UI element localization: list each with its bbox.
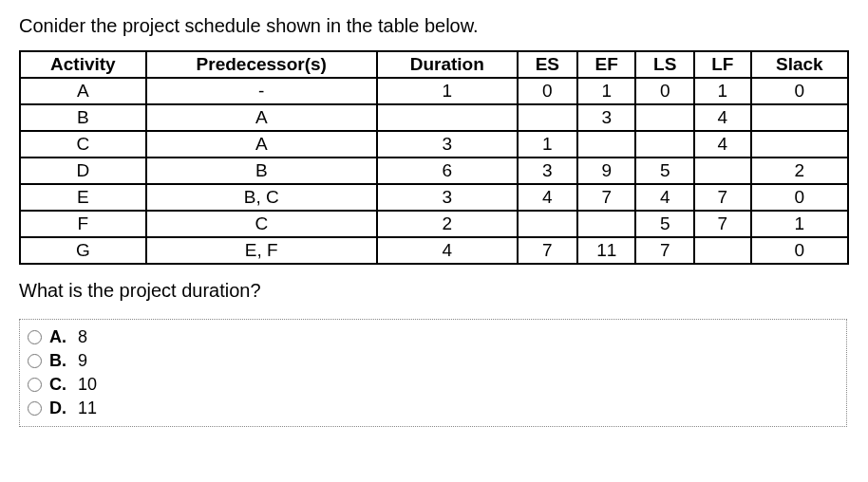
cell-slack: 0: [751, 184, 848, 211]
cell-es: [518, 104, 577, 131]
option-radio[interactable]: [28, 378, 42, 392]
header-ef: EF: [577, 51, 635, 78]
cell-pred: -: [146, 78, 377, 104]
schedule-table: Activity Predecessor(s) Duration ES EF L…: [19, 50, 849, 265]
cell-ls: 5: [635, 211, 693, 237]
cell-pred: E, F: [146, 237, 377, 264]
cell-es: 0: [518, 78, 577, 104]
header-slack: Slack: [751, 51, 848, 78]
cell-ef: 1: [577, 78, 635, 104]
cell-ls: [635, 131, 693, 158]
option-value: 8: [78, 327, 87, 347]
cell-dur: 4: [377, 237, 518, 264]
option-letter: C.: [49, 375, 70, 395]
table-body: A-101010BA34CA314DB63952EB, C347470FC257…: [20, 78, 848, 264]
option-radio[interactable]: [28, 330, 42, 344]
option-value: 10: [78, 375, 97, 395]
header-es: ES: [518, 51, 577, 78]
cell-slack: [751, 131, 848, 158]
header-duration: Duration: [377, 51, 518, 78]
cell-lf: 1: [694, 78, 751, 104]
cell-activity: C: [20, 131, 146, 158]
cell-pred: B: [146, 158, 377, 184]
option-letter: D.: [49, 399, 70, 418]
cell-dur: [377, 104, 518, 131]
option-row: B.9: [28, 349, 839, 373]
cell-slack: 0: [751, 237, 848, 264]
table-row: EB, C347470: [20, 184, 848, 211]
cell-activity: G: [20, 237, 146, 264]
cell-es: 7: [518, 237, 577, 264]
cell-dur: 6: [377, 158, 518, 184]
cell-ls: 0: [635, 78, 693, 104]
table-row: DB63952: [20, 158, 848, 184]
cell-dur: 3: [377, 131, 518, 158]
cell-slack: 0: [751, 78, 848, 104]
cell-ls: [635, 104, 693, 131]
header-lf: LF: [694, 51, 751, 78]
cell-activity: B: [20, 104, 146, 131]
cell-lf: 4: [694, 104, 751, 131]
cell-activity: A: [20, 78, 146, 104]
cell-slack: 1: [751, 211, 848, 237]
cell-pred: B, C: [146, 184, 377, 211]
prompt-text: Conider the project schedule shown in th…: [19, 15, 849, 37]
cell-es: 4: [518, 184, 577, 211]
cell-es: 1: [518, 131, 577, 158]
cell-ef: 3: [577, 104, 635, 131]
cell-ls: 4: [635, 184, 693, 211]
table-row: BA34: [20, 104, 848, 131]
cell-lf: 7: [694, 184, 751, 211]
cell-activity: D: [20, 158, 146, 184]
header-ls: LS: [635, 51, 693, 78]
question-text: What is the project duration?: [19, 280, 849, 302]
cell-dur: 1: [377, 78, 518, 104]
cell-pred: A: [146, 104, 377, 131]
cell-es: 3: [518, 158, 577, 184]
cell-ef: [577, 211, 635, 237]
cell-ls: 5: [635, 158, 693, 184]
cell-activity: F: [20, 211, 146, 237]
cell-dur: 3: [377, 184, 518, 211]
option-radio[interactable]: [28, 401, 42, 416]
table-row: CA314: [20, 131, 848, 158]
cell-lf: [694, 237, 751, 264]
cell-pred: A: [146, 131, 377, 158]
option-value: 9: [78, 351, 87, 371]
cell-slack: 2: [751, 158, 848, 184]
cell-ls: 7: [635, 237, 693, 264]
cell-lf: 7: [694, 211, 751, 237]
header-activity: Activity: [20, 51, 146, 78]
option-value: 11: [78, 399, 97, 418]
table-row: GE, F471170: [20, 237, 848, 264]
header-predecessor: Predecessor(s): [146, 51, 377, 78]
table-header-row: Activity Predecessor(s) Duration ES EF L…: [20, 51, 848, 78]
option-letter: A.: [49, 327, 70, 347]
option-row: C.10: [28, 373, 839, 397]
table-row: FC2571: [20, 211, 848, 237]
cell-ef: [577, 131, 635, 158]
cell-ef: 11: [577, 237, 635, 264]
cell-slack: [751, 104, 848, 131]
cell-lf: [694, 158, 751, 184]
cell-lf: 4: [694, 131, 751, 158]
cell-ef: 7: [577, 184, 635, 211]
options-box: A.8B.9C.10D.11: [19, 319, 847, 427]
cell-dur: 2: [377, 211, 518, 237]
option-row: D.11: [28, 397, 839, 420]
cell-activity: E: [20, 184, 146, 211]
cell-ef: 9: [577, 158, 635, 184]
option-radio[interactable]: [28, 354, 42, 368]
option-row: A.8: [28, 325, 839, 349]
table-row: A-101010: [20, 78, 848, 104]
cell-pred: C: [146, 211, 377, 237]
option-letter: B.: [49, 351, 70, 371]
cell-es: [518, 211, 577, 237]
